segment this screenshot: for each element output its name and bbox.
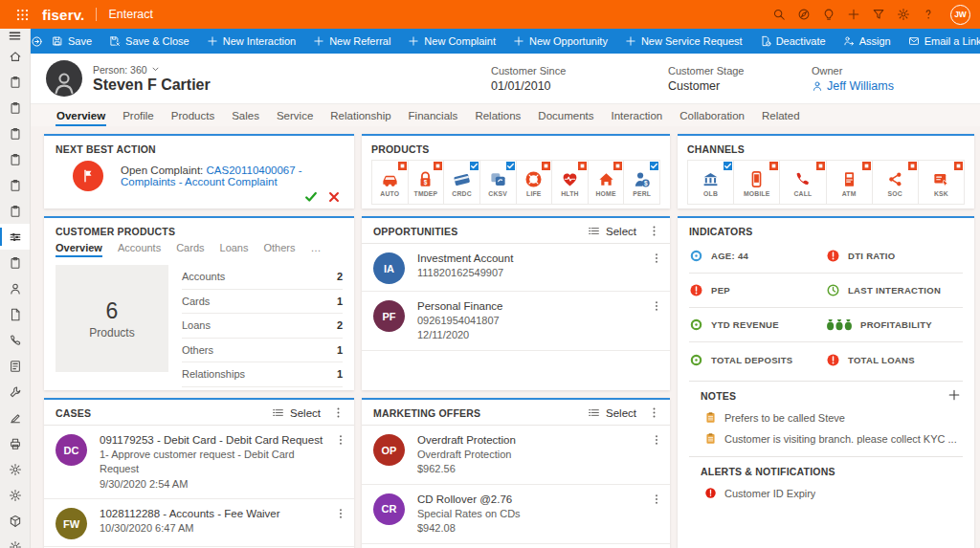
channel-tile-atm[interactable]: ATM <box>827 161 873 204</box>
sidebar-item[interactable] <box>0 172 30 198</box>
kebab-menu-icon[interactable] <box>648 225 660 237</box>
product-tile-tmdep[interactable]: $ TMDEP <box>409 161 445 204</box>
sidebar-item[interactable] <box>0 198 30 224</box>
kebab-menu-icon[interactable] <box>335 434 346 446</box>
kebab-menu-icon[interactable] <box>651 434 662 446</box>
tab-related[interactable]: Related <box>753 104 809 126</box>
user-avatar[interactable]: JW <box>950 5 970 25</box>
tab-service[interactable]: Service <box>268 104 322 126</box>
chevron-down-icon[interactable] <box>151 65 160 74</box>
reject-icon[interactable] <box>327 190 341 204</box>
sidebar-item[interactable] <box>0 327 30 353</box>
record-type-label[interactable]: Person: 360 <box>93 64 147 76</box>
waffle-menu-button[interactable] <box>10 0 34 29</box>
sidebar-item[interactable] <box>0 146 30 172</box>
email-a-link-button[interactable]: Email a Link <box>900 29 980 54</box>
select-list-icon[interactable] <box>272 406 284 419</box>
product-tile-cksv[interactable]: CKSV <box>480 161 517 204</box>
sidebar-item[interactable] <box>0 275 30 301</box>
sidebar-item[interactable] <box>0 482 30 508</box>
process-button[interactable] <box>31 29 43 54</box>
new-referral-button[interactable]: New Referral <box>304 29 399 54</box>
channel-tile-soc[interactable]: SOC <box>873 161 919 204</box>
product-tile-crdc[interactable]: CRDC <box>444 161 480 204</box>
tab-relationship[interactable]: Relationship <box>322 104 399 126</box>
tab-documents[interactable]: Documents <box>529 104 602 126</box>
product-tile-perl[interactable]: $ PERL <box>624 161 659 204</box>
offer-item[interactable]: OP Overdraft Protection Overdraft Protec… <box>362 426 670 485</box>
kebab-menu-icon[interactable] <box>651 493 662 505</box>
select-button[interactable]: Select <box>290 407 321 419</box>
channel-tile-ksk[interactable]: KSK <box>919 161 964 204</box>
channel-tile-call[interactable]: CALL <box>780 161 826 204</box>
cp-tab-loans[interactable]: Loans <box>220 242 249 257</box>
case-item[interactable]: DC 091179253 - Debit Card - Debit Card R… <box>44 426 354 499</box>
cp-tab-others[interactable]: Others <box>264 242 296 257</box>
tab-sales[interactable]: Sales <box>223 104 268 126</box>
new-complaint-button[interactable]: New Complaint <box>399 29 504 54</box>
sidebar-item[interactable] <box>0 353 30 379</box>
cp-tab-more[interactable]: … <box>311 242 322 257</box>
tab-relations[interactable]: Relations <box>466 104 529 126</box>
select-button[interactable]: Select <box>606 407 636 419</box>
header-button[interactable] <box>841 0 866 29</box>
select-list-icon[interactable] <box>588 406 600 419</box>
sidebar-item[interactable] <box>0 121 30 146</box>
kebab-menu-icon[interactable] <box>651 300 662 312</box>
assign-button[interactable]: Assign <box>835 29 900 54</box>
new-service-request-button[interactable]: New Service Request <box>616 29 751 54</box>
product-tile-home[interactable]: HOME <box>589 161 625 204</box>
note-item[interactable]: Prefers to be called Steve <box>704 411 963 424</box>
sidebar-item[interactable] <box>0 405 30 430</box>
tab-collaboration[interactable]: Collaboration <box>671 104 753 126</box>
tab-financials[interactable]: Financials <box>400 104 467 126</box>
alert-item[interactable]: Customer ID Expiry <box>704 487 963 499</box>
product-tile-auto[interactable]: AUTO <box>372 161 409 204</box>
cp-tab-accounts[interactable]: Accounts <box>118 242 161 257</box>
sidebar-item[interactable] <box>0 534 30 548</box>
new-interaction-button[interactable]: New Interaction <box>198 29 304 54</box>
offer-item[interactable]: CR CD Rollover @2.76 Special Rates on CD… <box>362 485 670 544</box>
sidebar-item[interactable] <box>0 95 30 121</box>
header-button[interactable] <box>866 0 891 29</box>
tab-profile[interactable]: Profile <box>114 104 163 126</box>
add-note-button[interactable] <box>947 388 961 406</box>
sidebar-item[interactable] <box>0 43 30 69</box>
header-button[interactable] <box>816 0 841 29</box>
sidebar-item[interactable] <box>0 224 30 250</box>
channel-tile-mobile[interactable]: MOBILE <box>734 161 780 204</box>
sidebar-item[interactable] <box>0 430 30 456</box>
header-button[interactable] <box>916 0 941 29</box>
accept-icon[interactable] <box>304 190 318 204</box>
opportunity-item[interactable]: PF Personal Finance 09261954041807 12/11… <box>362 292 670 351</box>
sidebar-item[interactable] <box>0 379 30 405</box>
kebab-menu-icon[interactable] <box>335 508 346 519</box>
new-opportunity-button[interactable]: New Opportunity <box>504 29 616 54</box>
kebab-menu-icon[interactable] <box>332 406 345 419</box>
save-and-close-button[interactable]: Save & Close <box>100 29 198 54</box>
tab-products[interactable]: Products <box>163 104 223 126</box>
channel-tile-olb[interactable]: OLB <box>688 161 734 204</box>
cp-tab-overview[interactable]: Overview <box>56 242 102 257</box>
sidebar-item[interactable] <box>0 456 30 482</box>
opportunity-item[interactable]: IA Investment Account 111820162549907 <box>362 244 670 292</box>
header-button[interactable] <box>767 0 791 29</box>
header-button[interactable] <box>891 0 916 29</box>
select-list-icon[interactable] <box>588 225 600 237</box>
case-item[interactable]: FW 1028112288 - Accounts - Fee Waiver 10… <box>44 499 354 547</box>
sidebar-item[interactable] <box>0 69 30 95</box>
tab-overview[interactable]: Overview <box>48 104 114 126</box>
product-tile-life[interactable]: LIFE <box>517 161 553 204</box>
sidebar-item[interactable] <box>0 508 30 534</box>
kebab-menu-icon[interactable] <box>648 406 660 419</box>
cp-tab-cards[interactable]: Cards <box>176 242 204 257</box>
save-button[interactable]: Save <box>43 29 100 54</box>
deactivate-button[interactable]: Deactivate <box>751 29 835 54</box>
select-button[interactable]: Select <box>606 226 636 237</box>
product-tile-hlth[interactable]: HLTH <box>552 161 589 204</box>
tab-interaction[interactable]: Interaction <box>603 104 672 126</box>
owner-link[interactable]: Jeff Williams <box>812 79 965 93</box>
note-item[interactable]: Customer is visiting branch. please coll… <box>704 432 963 445</box>
kebab-menu-icon[interactable] <box>651 252 662 264</box>
sidebar-menu-button[interactable] <box>0 29 30 43</box>
